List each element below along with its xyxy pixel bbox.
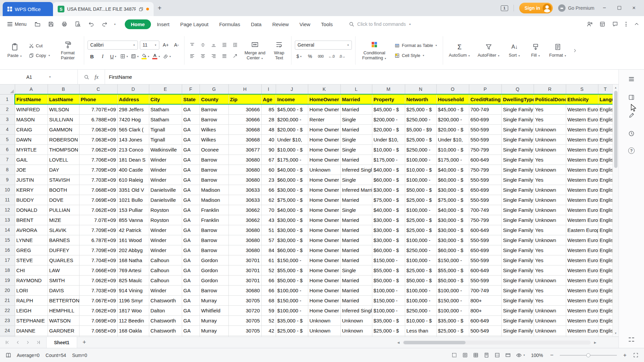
cell-E13[interactable]: Royston: [149, 215, 182, 225]
cell-E10[interactable]: Danielsville: [149, 185, 182, 195]
cell-J7[interactable]: $175,000 -: [276, 155, 308, 165]
sort-button[interactable]: A↓ Sort ▼: [505, 43, 524, 58]
cell-P4[interactable]: 550-599: [469, 124, 501, 134]
cell-Q8[interactable]: Single Family: [501, 165, 534, 175]
cell-M23[interactable]: $35,000 - $: [372, 315, 405, 325]
cell-G6[interactable]: Oconee: [200, 144, 228, 155]
cell-J12[interactable]: $40,000 - $: [276, 205, 308, 215]
cell-N18[interactable]: $25,000 - $: [405, 265, 436, 275]
column-header-M[interactable]: M: [372, 84, 405, 94]
cell-O23[interactable]: $35,000 - $: [436, 315, 469, 325]
cell-Q13[interactable]: Single Family: [501, 215, 534, 225]
cell-T5[interactable]: English: [598, 134, 612, 144]
cell-E9[interactable]: Winder: [149, 175, 182, 185]
cell-I21[interactable]: 68: [261, 295, 276, 305]
cell-L25[interactable]: [340, 336, 372, 337]
cell-F4[interactable]: GA: [182, 124, 200, 134]
decrease-decimal-button[interactable]: .0→: [338, 52, 346, 61]
cell-E15[interactable]: Winder: [149, 235, 182, 245]
cell-A19[interactable]: RAYMOND: [15, 275, 48, 285]
column-header-O[interactable]: O: [436, 84, 469, 94]
cell-H18[interactable]: 30701: [228, 265, 261, 275]
cell-N17[interactable]: $100,000 -: [405, 255, 436, 265]
cell-N19[interactable]: $50,000 - $: [405, 275, 436, 285]
comma-style-button[interactable]: 000: [316, 52, 325, 61]
orientation-button[interactable]: [231, 52, 239, 60]
cell-I17[interactable]: 61: [261, 255, 276, 265]
cell-B6[interactable]: THOMPSON: [48, 144, 79, 155]
cell-H13[interactable]: 30662: [228, 215, 261, 225]
cut-button[interactable]: Cut: [27, 42, 52, 49]
cell-K4[interactable]: Home Owner: [308, 124, 340, 134]
row-header-23[interactable]: 23: [0, 315, 15, 325]
cell-G5[interactable]: Wilkes: [200, 134, 228, 144]
cell-H9[interactable]: 30680: [228, 175, 261, 185]
align-right-button[interactable]: [209, 52, 218, 60]
cell-Q23[interactable]: Single Family: [501, 315, 534, 325]
more-options-icon[interactable]: [625, 21, 627, 27]
cell-P10[interactable]: 650-699: [469, 185, 501, 195]
window-count-badge[interactable]: 1: [501, 5, 508, 11]
cell-M11[interactable]: $75,000 - $: [372, 195, 405, 205]
cell-L12[interactable]: Single: [340, 205, 372, 215]
cell-C7[interactable]: 7.706E+09: [79, 155, 117, 165]
cell-L18[interactable]: Single: [340, 265, 372, 275]
cell-S9[interactable]: Western European: [566, 175, 598, 185]
cell-C4[interactable]: 7.063E+09: [79, 124, 117, 134]
cell-J10[interactable]: $30,000 - $: [276, 185, 308, 195]
row-header-3[interactable]: 3: [0, 114, 15, 124]
cell-C10[interactable]: 7.068E+09: [79, 185, 117, 195]
row-header-25[interactable]: 25: [0, 336, 15, 337]
cell-E4[interactable]: Tignall: [149, 124, 182, 134]
cell-P12[interactable]: 700-749: [469, 205, 501, 215]
row-header-2[interactable]: 2: [0, 104, 15, 114]
notebook-icon[interactable]: [5, 352, 11, 358]
share-edit-button[interactable]: [587, 21, 593, 27]
cell-H22[interactable]: 30720: [228, 305, 261, 315]
cell-G23[interactable]: Murray: [200, 315, 228, 325]
cell-F23[interactable]: GA: [182, 315, 200, 325]
column-header-I[interactable]: I: [261, 84, 276, 94]
cell-O15[interactable]: $30,000 - $: [436, 235, 469, 245]
cell-R4[interactable]: Unknown: [534, 124, 566, 134]
cell-C8[interactable]: 7.709E+09: [79, 165, 117, 175]
cell-S18[interactable]: Western European: [566, 265, 598, 275]
column-header-R[interactable]: R: [534, 84, 566, 94]
cell-B23[interactable]: WATSON: [48, 315, 79, 325]
full-screen-view-button[interactable]: [505, 352, 511, 358]
apps-grid-icon[interactable]: [628, 337, 636, 345]
cell-H4[interactable]: 30668: [228, 124, 261, 134]
cell-D17[interactable]: 168 Natha: [117, 255, 149, 265]
cell-E2[interactable]: Statham: [149, 104, 182, 114]
currency-button[interactable]: $ ▼: [295, 52, 304, 61]
cell-N9[interactable]: $100,000 -: [405, 175, 436, 185]
cell-O16[interactable]: $60,000 - $: [436, 245, 469, 255]
cell-R19[interactable]: Unknown: [534, 275, 566, 285]
cell-A12[interactable]: DONALD: [15, 205, 48, 215]
cell-C23[interactable]: 7.069E+09: [79, 315, 117, 325]
formula-input[interactable]: FirstName: [105, 70, 619, 84]
cell-B7[interactable]: LOVELL: [48, 155, 79, 165]
cell-T6[interactable]: English: [598, 144, 612, 155]
cell-C2[interactable]: 7.707E+09: [79, 104, 117, 114]
cell-G12[interactable]: Franklin: [200, 205, 228, 215]
cell-I25[interactable]: [261, 336, 276, 337]
go-premium-button[interactable]: Go Premium: [558, 4, 594, 12]
cell-C1[interactable]: Phone: [79, 94, 117, 104]
cell-L20[interactable]: Married: [340, 285, 372, 295]
cell-P11[interactable]: 550-599: [469, 195, 501, 205]
cell-L16[interactable]: Married: [340, 245, 372, 255]
horizontal-scroll-thumb[interactable]: [404, 341, 466, 344]
increase-font-button[interactable]: A+: [161, 41, 170, 49]
cell-H8[interactable]: 30680: [228, 165, 261, 175]
cell-E5[interactable]: Tignall: [149, 134, 182, 144]
cell-C15[interactable]: 6.787E+09: [79, 235, 117, 245]
cell-R21[interactable]: Yes: [534, 295, 566, 305]
column-header-C[interactable]: C: [79, 84, 117, 94]
cell-G7[interactable]: Barrow: [200, 155, 228, 165]
reading-mode-button[interactable]: ▼: [516, 352, 525, 358]
cell-P2[interactable]: 700-749: [469, 104, 501, 114]
cell-J17[interactable]: $150,000 -: [276, 255, 308, 265]
cell-P14[interactable]: 600-649: [469, 225, 501, 235]
cell-B13[interactable]: MIZE: [48, 215, 79, 225]
